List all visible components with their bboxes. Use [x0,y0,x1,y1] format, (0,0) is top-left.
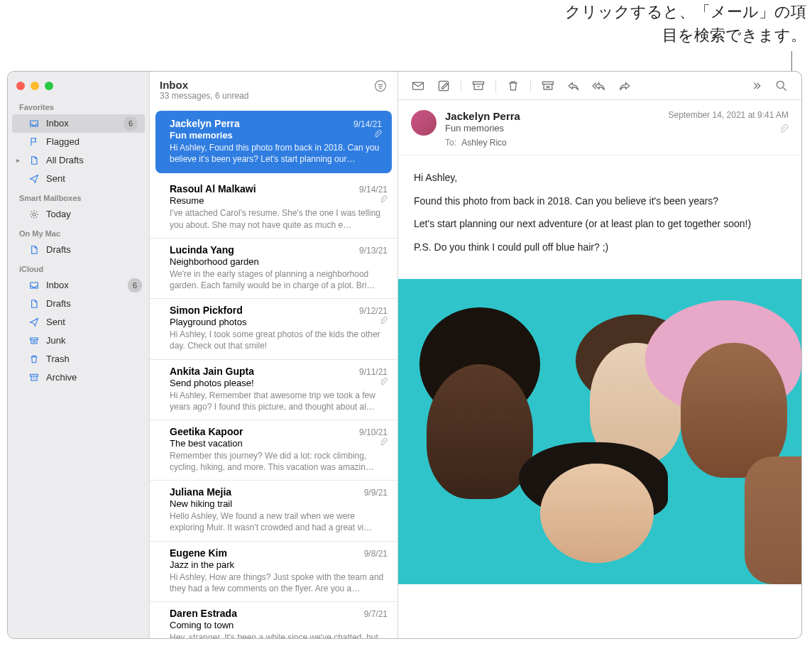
sidebar-section-label[interactable]: On My Mac [8,224,149,241]
message-sender: Jackelyn Perra [445,110,660,122]
sidebar-item-label: Trash [46,353,142,366]
sidebar-item-drafts[interactable]: Drafts [8,241,149,259]
message-list-item[interactable]: Juliana Mejia9/9/21New hiking trailHello… [150,481,397,541]
sidebar-item-trash[interactable]: Trash [8,350,149,368]
message-date: September 14, 2021 at 9:41 AM [669,110,789,120]
sidebar-item-sent[interactable]: Sent [8,313,149,332]
chevron-right-icon[interactable]: ▸ [16,154,20,167]
sidebar-item-sent[interactable]: Sent [8,170,149,188]
message-list-item[interactable]: Geetika Kapoor9/10/21The best vacationRe… [150,420,397,481]
sidebar-item-drafts[interactable]: Drafts [8,295,149,313]
list-item-preview: Hi Ashley, I took some great photos of t… [170,329,388,351]
body-paragraph: P.S. Do you think I could pull off blue … [414,238,786,257]
list-item-sender: Eugene Kim [170,547,227,559]
list-item-date: 9/11/21 [359,367,388,377]
sidebar-item-today[interactable]: Today [8,205,149,224]
list-item-subject: New hiking trail [170,498,232,509]
sidebar-section-label[interactable]: iCloud [8,259,149,276]
sidebar-item-flagged[interactable]: Flagged [8,133,149,151]
paperclip-icon [379,195,388,206]
sidebar-item-junk[interactable]: Junk [8,332,149,350]
message-list-item[interactable]: Simon Pickford9/12/21Playground photosHi… [150,299,397,359]
mark-read-button[interactable] [407,76,429,96]
archive-button[interactable] [467,76,490,96]
body-paragraph: Found this photo from back in 2018. Can … [414,192,786,211]
sidebar-item-inbox[interactable]: Inbox6 [8,276,149,295]
list-item-subject: Fun memories [170,130,233,141]
message-reader-pane: Jackelyn Perra Fun memories To: Ashley R… [398,72,801,638]
svg-rect-7 [543,82,554,84]
list-item-subject: Jazz in the park [170,559,234,570]
doc-icon [28,154,40,167]
to-value: Ashley Rico [461,138,506,148]
close-window-button[interactable] [16,82,25,90]
sidebar-item-label: Archive [46,371,142,384]
trash-icon [28,353,40,366]
list-item-sender: Jackelyn Perra [170,118,240,129]
send-icon [28,173,40,185]
delete-button[interactable] [502,76,525,96]
minimize-window-button[interactable] [31,82,39,90]
message-list-item[interactable]: Jackelyn Perra9/14/21Fun memoriesHi Ashl… [155,111,392,173]
list-item-date: 9/10/21 [359,427,388,437]
list-item-preview: Hi Ashley, How are things? Just spoke wi… [170,571,388,594]
sidebar-item-label: Sent [46,173,142,185]
doc-icon [28,243,40,256]
sidebar-item-label: Today [46,208,142,221]
sidebar-item-label: Inbox [46,117,124,130]
sidebar-item-label: All Drafts [46,154,142,167]
sidebar-section-label[interactable]: Favorites [8,97,149,114]
list-item-sender: Geetika Kapoor [170,426,243,437]
reader-toolbar [398,72,801,100]
svg-rect-6 [473,82,484,84]
message-list[interactable]: Jackelyn Perra9/14/21Fun memoriesHi Ashl… [150,106,397,638]
list-item-sender: Ankita Jain Gupta [170,366,254,377]
mail-window: FavoritesInbox6Flagged▸All DraftsSentSma… [7,71,802,639]
archive-icon [28,371,40,384]
reply-button[interactable] [562,76,585,96]
attachment-icon[interactable] [669,124,789,136]
compose-button[interactable] [432,76,455,96]
svg-point-8 [777,81,784,88]
sidebar-item-archive[interactable]: Archive [8,368,149,387]
forward-button[interactable] [613,76,636,96]
sidebar-item-inbox[interactable]: Inbox6 [12,114,145,133]
sidebar-item-label: Inbox [46,279,128,292]
paperclip-icon [379,438,388,449]
more-button[interactable] [745,76,767,96]
message-list-item[interactable]: Eugene Kim9/8/21Jazz in the parkHi Ashle… [150,542,397,602]
list-item-date: 9/8/21 [364,549,388,559]
list-item-date: 9/13/21 [359,246,388,256]
list-item-date: 9/12/21 [359,306,388,316]
mailbox-title: Inbox [160,79,373,91]
doc-icon [28,297,40,310]
sender-avatar[interactable] [411,110,437,136]
reply-all-button[interactable] [588,76,610,96]
list-item-date: 9/9/21 [364,488,388,498]
message-list-item[interactable]: Lucinda Yang9/13/21Neighborhood gardenWe… [150,239,397,299]
toolbar-separator [461,80,461,92]
list-item-sender: Juliana Mejia [170,486,231,498]
attached-photo[interactable] [398,279,801,584]
message-list-item[interactable]: Rasoul Al Malkawi9/14/21ResumeI've attac… [150,177,397,238]
to-label: To: [445,138,456,148]
list-item-preview: Remember this journey? We did a lot: roc… [170,450,388,473]
paperclip-icon [379,378,388,388]
filter-button[interactable] [373,79,388,96]
sidebar-section-label[interactable]: Smart Mailboxes [8,188,149,205]
zoom-window-button[interactable] [45,82,53,90]
message-subject: Fun memories [445,123,660,133]
svg-rect-1 [31,338,38,340]
message-list-item[interactable]: Ankita Jain Gupta9/11/21Send photos plea… [150,360,397,420]
junk-icon [28,334,40,347]
list-item-date: 9/14/21 [359,185,388,195]
message-list-header: Inbox 33 messages, 6 unread [150,72,397,106]
message-recipients: To: Ashley Rico [445,138,660,148]
list-item-subject: Resume [170,195,204,206]
message-list-item[interactable]: Daren Estrada9/7/21Coming to townHey, st… [150,602,397,638]
mailbox-subtitle: 33 messages, 6 unread [160,91,373,101]
junk-button[interactable] [537,76,559,96]
inbox-icon [28,117,40,130]
search-button[interactable] [770,76,793,96]
sidebar-item-all-drafts[interactable]: ▸All Drafts [8,151,149,170]
